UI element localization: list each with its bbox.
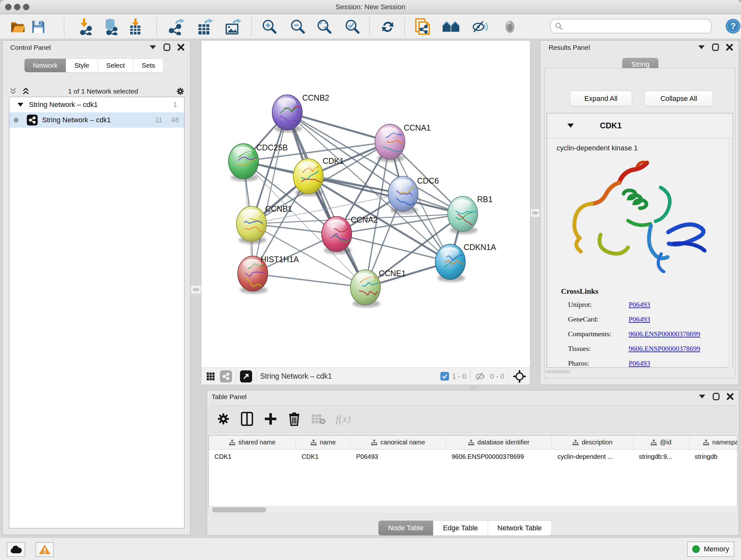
crosslink-url[interactable]: 9606.ENSP00000378699: [629, 345, 700, 353]
float-panel-icon[interactable]: [149, 43, 157, 51]
network-badge-icon[interactable]: [220, 370, 232, 382]
crosslink-url[interactable]: P06493: [629, 300, 650, 309]
hide-selected-icon[interactable]: [471, 18, 489, 35]
column-header-@id[interactable]: @id: [633, 435, 689, 449]
collapse-triangle-icon[interactable]: [567, 124, 574, 128]
node-CCNB1[interactable]: CCNB1: [237, 204, 292, 244]
export-network-icon[interactable]: [168, 18, 186, 35]
import-table-icon[interactable]: [126, 18, 144, 35]
tab-network-table[interactable]: Network Table: [488, 521, 551, 536]
expand-all-button[interactable]: Expand All: [569, 91, 632, 107]
network-collection-row[interactable]: String Network – cdk1 1: [9, 97, 184, 112]
first-neighbors-icon[interactable]: [442, 18, 460, 35]
tab-node-table[interactable]: Node Table: [379, 521, 433, 536]
crosslink-url[interactable]: P06493: [629, 359, 650, 368]
svg-text:?: ?: [730, 21, 736, 31]
crosslink-url[interactable]: 9606.ENSP00000378699: [629, 330, 700, 338]
edge-HIST1H1A-CCNE1[interactable]: [253, 273, 365, 287]
import-network-from-database-icon[interactable]: [102, 18, 120, 35]
network-name: String Network – cdk1: [42, 116, 155, 124]
table-horizontal-scrollbar[interactable]: [208, 506, 738, 514]
node-CCNE1[interactable]: CCNE1: [350, 269, 406, 307]
crosslink-url[interactable]: P06493: [629, 315, 650, 323]
node-label-CCNA1: CCNA1: [404, 123, 431, 132]
collapse-all-button[interactable]: Collapse All: [644, 91, 713, 107]
zoom-in-icon[interactable]: [260, 18, 278, 35]
network-options-gear-icon[interactable]: [176, 87, 185, 96]
zoom-out-icon[interactable]: [289, 18, 307, 35]
node-CDC25B[interactable]: CDC25B: [228, 143, 288, 181]
delete-column-trash-icon[interactable]: [287, 412, 301, 426]
close-panel-icon[interactable]: [177, 43, 185, 51]
column-header-database-identifier[interactable]: database identifier: [446, 435, 552, 449]
node-RB1[interactable]: RB1: [448, 195, 493, 234]
show-all-icon[interactable]: [501, 18, 519, 35]
cloud-button[interactable]: [7, 542, 25, 557]
column-header-shared-name[interactable]: shared name: [209, 435, 296, 449]
delete-table-icon-disabled: [311, 412, 326, 426]
table-options-gear-icon[interactable]: [216, 412, 230, 426]
tab-edge-table[interactable]: Edge Table: [433, 521, 488, 536]
refresh-icon[interactable]: [379, 18, 397, 35]
table-scrollbar-thumb[interactable]: [212, 507, 266, 512]
zoom-selected-icon[interactable]: [343, 18, 361, 35]
horizontal-scrollbar-thumb[interactable]: [545, 370, 571, 374]
tab-network[interactable]: Network: [24, 59, 66, 72]
maximize-panel-icon[interactable]: [712, 392, 720, 401]
maximize-panel-icon[interactable]: [711, 43, 720, 51]
maximize-panel-icon[interactable]: [163, 43, 171, 51]
column-header-name[interactable]: name: [296, 435, 350, 449]
memory-label: Memory: [704, 545, 729, 553]
edge-CCNB2-CCNE1[interactable]: [287, 112, 365, 287]
tab-sets[interactable]: Sets: [133, 59, 163, 72]
column-label: database identifier: [477, 439, 529, 446]
close-panel-icon[interactable]: [725, 43, 734, 51]
node-CDK1[interactable]: CDK1: [293, 157, 344, 196]
export-image-icon[interactable]: [224, 18, 242, 35]
vertical-scrollbar[interactable]: [728, 138, 733, 368]
table-row[interactable]: CDK1CDK1P064939606.ENSP00000378699cyclin…: [209, 449, 737, 464]
open-folder-icon[interactable]: [9, 18, 27, 35]
export-table-icon[interactable]: [196, 18, 214, 35]
zoom-fit-icon[interactable]: [315, 18, 333, 35]
warnings-button[interactable]: [36, 542, 54, 557]
column-header-description[interactable]: description: [552, 435, 633, 449]
network-row[interactable]: String Network – cdk1 11 48: [9, 112, 184, 128]
column-header-canonical-name[interactable]: canonical name: [350, 435, 446, 449]
table-toolbar: f(x): [209, 405, 737, 433]
float-panel-icon[interactable]: [697, 43, 705, 51]
column-header-namespace[interactable]: namespace: [689, 435, 738, 449]
splitter-handle[interactable]: [531, 209, 540, 217]
search-input[interactable]: [563, 22, 711, 30]
network-canvas[interactable]: CCNB2CCNA1CDC25BCDK1CDC6RB1CCNB1CCNA2CDK…: [201, 41, 529, 368]
node-table[interactable]: shared namenamecanonical namedatabase id…: [208, 435, 738, 506]
expand-all-networks-icon[interactable]: [9, 87, 17, 96]
open-in-new-window-icon[interactable]: [240, 370, 252, 382]
birds-eye-crosshair-icon[interactable]: [512, 372, 527, 381]
show-columns-icon[interactable]: [240, 412, 254, 426]
save-session-icon[interactable]: [29, 18, 47, 35]
node-HIST1H1A[interactable]: HIST1H1A: [238, 255, 299, 294]
float-panel-icon[interactable]: [698, 392, 706, 401]
selected-checkbox-icon[interactable]: [441, 372, 449, 381]
gene-header[interactable]: CDK1: [547, 113, 733, 138]
node-label-CCNB2: CCNB2: [302, 93, 329, 102]
node-CCNA1[interactable]: CCNA1: [375, 123, 431, 162]
collapse-triangle-icon[interactable]: [17, 103, 23, 107]
memory-button[interactable]: Memory: [687, 542, 734, 557]
tab-style[interactable]: Style: [66, 59, 98, 72]
create-column-icon[interactable]: [264, 412, 278, 426]
tab-select[interactable]: Select: [98, 59, 133, 72]
import-network-icon[interactable]: [78, 18, 96, 35]
collapse-all-networks-icon[interactable]: [22, 87, 30, 96]
close-panel-icon[interactable]: [726, 392, 734, 401]
help-icon[interactable]: ?: [725, 18, 741, 34]
edge-CCNB2-HIST1H1A[interactable]: [253, 112, 287, 273]
node-CCNA2[interactable]: CCNA2: [322, 215, 378, 254]
copy-to-clipboard-icon[interactable]: [414, 18, 432, 35]
grid-view-icon[interactable]: [206, 372, 215, 381]
splitter-handle[interactable]: [466, 385, 480, 390]
node-CCNB2[interactable]: CCNB2: [272, 93, 329, 132]
splitter-handle[interactable]: [191, 286, 201, 294]
node-CDKN1A[interactable]: CDKN1A: [435, 243, 496, 282]
